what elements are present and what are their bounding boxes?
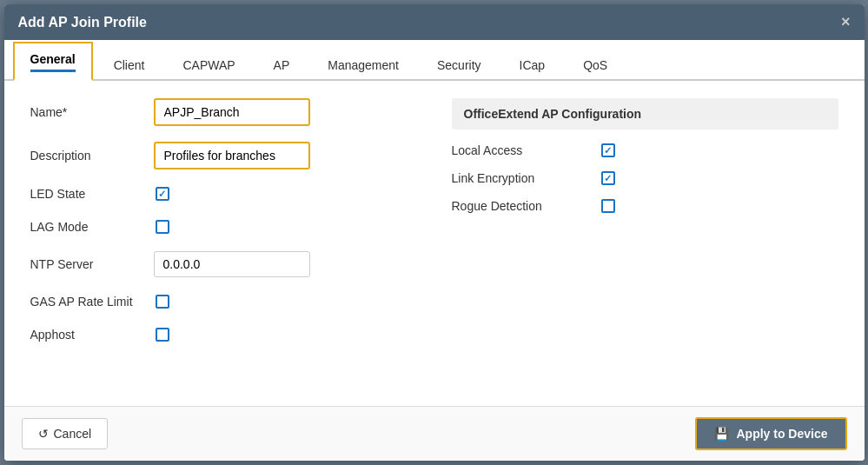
office-extend-title: OfficeExtend AP Configuration [452,98,838,130]
led-state-checkbox-wrap [154,185,171,203]
gas-rate-label: GAS AP Rate Limit [30,295,143,309]
tab-capwap[interactable]: CAPWAP [165,48,252,81]
undo-icon: ↺ [38,427,49,441]
apphost-row: Apphost [30,326,417,343]
form-right: OfficeExtend AP Configuration Local Acce… [452,98,838,397]
tab-qos[interactable]: QoS [566,48,625,81]
form-layout: Name* Description LED State [30,98,838,397]
rogue-detection-checkbox[interactable] [601,199,615,213]
cancel-button[interactable]: ↺ Cancel [22,418,109,449]
lag-mode-row: LAG Mode [30,218,417,236]
ntp-server-row: NTP Server [30,251,417,277]
ntp-server-input[interactable] [154,251,310,277]
apply-to-device-button[interactable]: 💾 Apply to Device [695,417,846,450]
tabs-bar: General Client CAPWAP AP Management Secu… [4,40,865,81]
tab-management[interactable]: Management [310,48,416,81]
rogue-detection-row: Rogue Detection [452,199,838,213]
cancel-label: Cancel [54,427,92,441]
tab-icap[interactable]: ICap [502,48,563,81]
ntp-server-label: NTP Server [30,257,143,271]
led-state-row: LED State [30,185,417,203]
name-row: Name* [30,98,417,126]
apphost-checkbox-wrap [154,326,171,343]
led-state-checkbox[interactable] [156,187,169,201]
led-state-label: LED State [30,187,143,201]
close-icon[interactable]: × [841,13,851,31]
save-icon: 💾 [714,427,729,441]
form-left: Name* Description LED State [30,98,417,397]
tab-security[interactable]: Security [420,48,499,81]
gas-rate-row: GAS AP Rate Limit [30,293,417,310]
link-encryption-row: Link Encryption [452,171,838,185]
rogue-detection-label: Rogue Detection [452,199,591,213]
name-label: Name* [30,105,143,119]
local-access-row: Local Access [452,143,838,157]
apphost-label: Apphost [30,328,143,342]
name-input[interactable] [154,98,310,126]
link-encryption-label: Link Encryption [452,171,591,185]
local-access-label: Local Access [452,143,591,157]
modal-body: Name* Description LED State [4,81,865,406]
description-row: Description [30,142,417,169]
tab-general[interactable]: General [13,42,93,81]
modal-header: Add AP Join Profile × [4,4,865,40]
lag-mode-checkbox-wrap [154,218,171,236]
tab-client[interactable]: Client [96,48,162,81]
tab-ap[interactable]: AP [256,48,308,81]
modal-footer: ↺ Cancel 💾 Apply to Device [4,406,865,461]
description-label: Description [30,149,143,163]
gas-rate-checkbox[interactable] [156,295,169,309]
link-encryption-checkbox[interactable] [601,171,615,185]
local-access-checkbox[interactable] [601,143,615,157]
description-input[interactable] [154,142,310,169]
lag-mode-checkbox[interactable] [156,220,169,234]
modal-title: Add AP Join Profile [18,15,147,30]
gas-rate-checkbox-wrap [154,293,171,310]
add-ap-join-profile-modal: Add AP Join Profile × General Client CAP… [4,4,865,461]
apply-label: Apply to Device [736,427,827,441]
lag-mode-label: LAG Mode [30,220,143,234]
apphost-checkbox[interactable] [156,328,169,342]
